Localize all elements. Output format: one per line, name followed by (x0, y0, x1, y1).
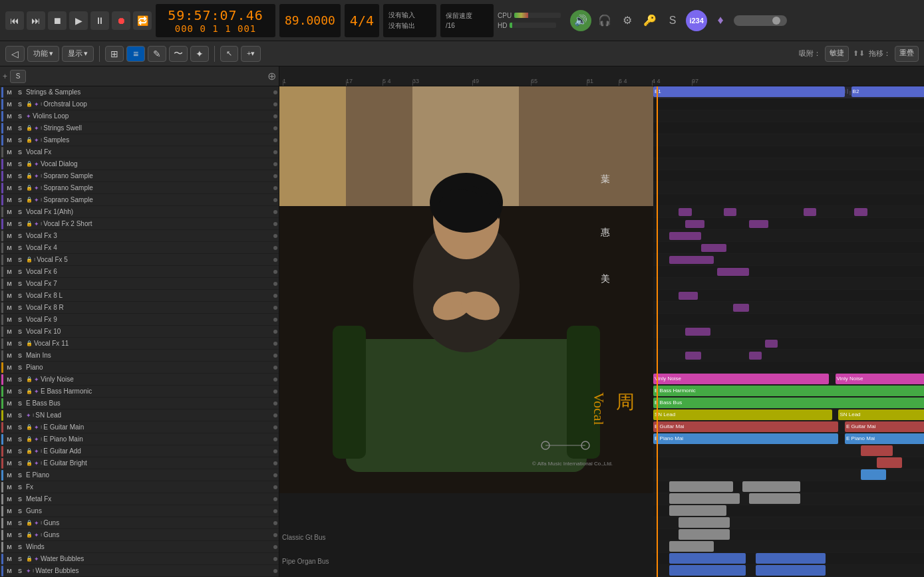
track-solo-btn[interactable]: S (15, 339, 25, 348)
track-solo-btn[interactable]: S (15, 112, 25, 121)
track-row[interactable]: MSStrings & Samples (0, 86, 279, 98)
track-mute-btn[interactable]: M (5, 243, 14, 253)
track-row[interactable]: MS🔒✦IE Piano Main (0, 433, 279, 445)
track-row[interactable]: MS🔒✦Vinly Noise (0, 374, 279, 386)
track-mute-btn[interactable]: M (5, 291, 14, 300)
track-mute-btn[interactable]: M (5, 124, 14, 133)
track-solo-btn[interactable]: S (15, 303, 25, 312)
track-mute-btn[interactable]: M (5, 207, 14, 217)
track-mute-btn[interactable]: M (5, 303, 14, 312)
track-solo-btn[interactable]: S (15, 327, 25, 336)
play-button[interactable]: ▶ (69, 11, 88, 30)
track-mute-btn[interactable]: M (5, 172, 14, 181)
track-row[interactable]: MSVocal Fx 1(Ahh) (0, 206, 279, 218)
track-row[interactable]: MS🔒✦IE Guitar Bright (0, 457, 279, 469)
track-row[interactable]: MS🔒✦IOrchstral Loop (0, 98, 279, 110)
edit-view-btn[interactable]: ✎ (148, 46, 166, 62)
track-mute-btn[interactable]: M (5, 519, 14, 528)
track-row[interactable]: MSGuns (0, 505, 279, 517)
track-solo-btn[interactable]: S (15, 279, 25, 288)
midi-clip[interactable] (685, 352, 701, 360)
track-solo-btn[interactable]: S (15, 542, 25, 552)
track-mute-btn[interactable]: M (5, 507, 14, 516)
track-solo-btn[interactable]: S (15, 375, 25, 384)
track-row[interactable]: MS🔒✦IE Guitar Main (0, 421, 279, 433)
clip-block[interactable]: E Piano Mai (653, 433, 838, 444)
right-clip[interactable] (669, 553, 746, 564)
track-row[interactable]: MS✦ISN Lead (0, 409, 279, 421)
track-s-toggle[interactable]: S (10, 70, 26, 83)
track-solo-btn[interactable]: S (15, 124, 25, 133)
grid-view-btn[interactable]: ⊞ (105, 46, 124, 62)
toolbar-left-btn[interactable]: ◁ (5, 46, 25, 62)
midi-clip[interactable] (733, 304, 749, 312)
track-row[interactable]: MS🔒Vocal Fx 11 (0, 338, 279, 350)
midi-clip[interactable] (685, 220, 704, 228)
midi-clip[interactable] (854, 208, 867, 216)
drag-value[interactable]: 重疊 (895, 46, 919, 62)
right-clip[interactable] (679, 529, 730, 540)
track-solo-btn[interactable]: S (15, 411, 25, 420)
track-mute-btn[interactable]: M (5, 148, 14, 157)
clip-block[interactable]: E Bass Harmonic (653, 386, 924, 396)
right-clip[interactable] (669, 541, 714, 552)
track-solo-btn[interactable]: S (15, 507, 25, 516)
track-mute-btn[interactable]: M (5, 255, 14, 265)
track-solo-btn[interactable]: S (15, 88, 25, 97)
right-clip[interactable] (893, 433, 924, 444)
stop-button[interactable]: ⏹ (48, 11, 67, 30)
key-button[interactable]: 🔑 (641, 11, 659, 30)
clip-block[interactable]: E Guitar Mai (653, 421, 838, 432)
track-solo-btn[interactable]: S (15, 554, 25, 564)
track-row[interactable]: MSVocal Fx 8 R (0, 302, 279, 314)
track-mute-btn[interactable]: M (5, 160, 14, 169)
track-mute-btn[interactable]: M (5, 351, 14, 360)
track-row[interactable]: MS🔒✦IE Guitar Add (0, 445, 279, 457)
track-mute-btn[interactable]: M (5, 112, 14, 121)
track-row[interactable]: MSWinds (0, 541, 279, 553)
track-row[interactable]: MSVocal Fx 3 (0, 230, 279, 242)
track-mute-btn[interactable]: M (5, 387, 14, 396)
right-clip[interactable] (749, 493, 800, 504)
track-mute-btn[interactable]: M (5, 554, 14, 564)
track-mute-btn[interactable]: M (5, 530, 14, 540)
right-clip[interactable] (756, 565, 826, 576)
track-mute-btn[interactable]: M (5, 542, 14, 552)
fast-forward-button[interactable]: ⏭ (27, 11, 45, 30)
loop-button[interactable]: 🔁 (133, 11, 152, 30)
track-mute-btn[interactable]: M (5, 315, 14, 324)
track-mute-btn[interactable]: M (5, 375, 14, 384)
track-row[interactable]: MS🔒✦ISoprano Sample (0, 182, 279, 194)
clip-block[interactable]: Vinly Noise (653, 374, 829, 384)
track-mute-btn[interactable]: M (5, 279, 14, 288)
track-add-btn[interactable]: ⊕ (267, 70, 276, 82)
clip-block[interactable]: E Bass Bus (653, 398, 924, 408)
bpm-display[interactable]: 89.0000 (279, 4, 341, 37)
track-mute-btn[interactable]: M (5, 423, 14, 432)
track-row[interactable]: MSE Bass Bus (0, 398, 279, 409)
track-solo-btn[interactable]: S (15, 387, 25, 396)
right-clip[interactable] (669, 493, 740, 504)
plus-btn[interactable]: +▾ (241, 46, 261, 62)
midi-clip[interactable] (749, 352, 762, 360)
right-clip[interactable] (756, 553, 826, 564)
midi-clip[interactable] (669, 232, 701, 240)
track-solo-btn[interactable]: S (15, 530, 25, 540)
track-solo-btn[interactable]: S (15, 447, 25, 456)
track-mute-btn[interactable]: M (5, 100, 14, 109)
clip-block[interactable]: B1 (653, 86, 845, 97)
track-solo-btn[interactable]: S (15, 267, 25, 277)
time-sig-display[interactable]: 4/4 (345, 4, 379, 37)
timeline-content[interactable]: 葉 惠 美 周 Vocal © Alfa Music International… (279, 86, 924, 577)
track-solo-btn[interactable]: S (15, 136, 25, 145)
track-solo-btn[interactable]: S (15, 399, 25, 408)
track-row[interactable]: MSVocal Fx 10 (0, 326, 279, 338)
track-row[interactable]: MS🔒✦Water Bubbles (0, 553, 279, 565)
clip-block[interactable]: Vinly Noise (836, 374, 924, 384)
clip-block[interactable]: B2 (851, 86, 924, 97)
midi-clip[interactable] (804, 208, 816, 216)
midi-clip[interactable] (701, 244, 726, 252)
track-solo-btn[interactable]: S (15, 351, 25, 360)
record-button[interactable]: ⏺ (112, 11, 130, 30)
track-solo-btn[interactable]: S (15, 363, 25, 372)
